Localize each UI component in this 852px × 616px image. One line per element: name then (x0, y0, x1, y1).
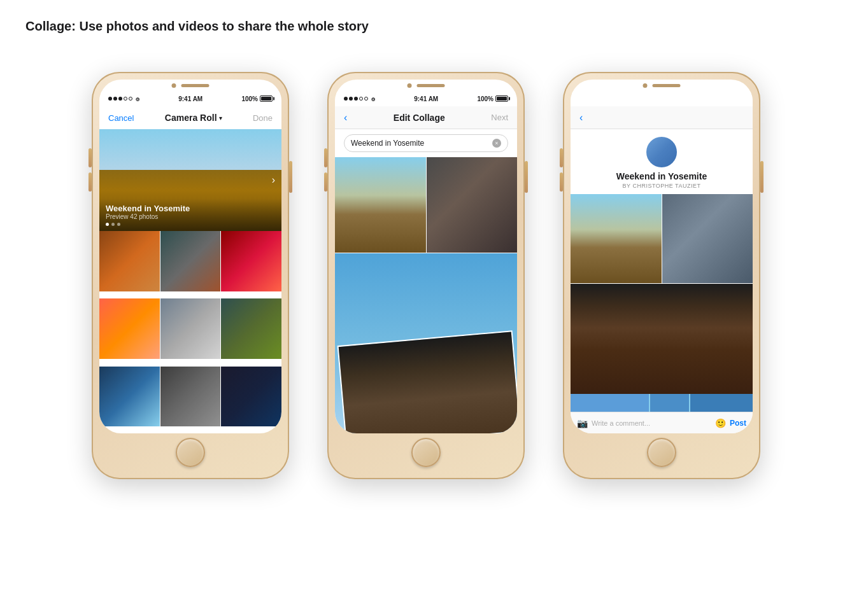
next-arrow-icon: › (272, 174, 275, 186)
hero-image: › Weekend in Yosemite Preview 42 photos (99, 129, 281, 231)
home-button-2[interactable] (411, 438, 441, 467)
page-title: Collage: Use photos and videos to share … (25, 19, 827, 34)
done-button[interactable]: Done (253, 113, 273, 123)
nav-title-group[interactable]: Camera Roll ▾ (165, 113, 222, 123)
grid-photo-1[interactable] (99, 231, 160, 291)
carousel-dots (106, 223, 275, 226)
back-button-3[interactable]: ‹ (579, 112, 583, 123)
phone2: ⌾ 9:41 AM 100% ‹ Edit Collage Next (327, 72, 525, 479)
clear-icon: × (495, 140, 498, 146)
collage-bottom-row[interactable] (335, 253, 517, 433)
collage-title-text: Weekend in Yosemite (351, 139, 424, 148)
edit-collage-title: Edit Collage (394, 113, 445, 123)
post-photos (571, 194, 753, 394)
post-bottom-photo[interactable] (571, 284, 753, 394)
phone1-bottom (99, 433, 281, 472)
grid-photo-7[interactable] (99, 367, 160, 427)
phone3: ‹ Weekend in Yosemite BY CHRISTOPHE TAUZ… (563, 72, 760, 479)
group-photo-overlay (339, 332, 517, 433)
carousel-dot-2 (111, 223, 115, 226)
volume-up-button-2 (324, 148, 327, 167)
phone3-navbar: ‹ (571, 106, 753, 129)
post-photo-right[interactable] (662, 194, 753, 283)
signal-dot-4 (124, 97, 127, 101)
grid-photo-9[interactable] (221, 367, 281, 427)
wifi-icon: ⌾ (136, 95, 139, 102)
status-time: 9:41 AM (178, 95, 202, 102)
status-right-2: 100% (477, 95, 508, 102)
post-comment-button[interactable]: Post (730, 419, 746, 428)
landscape-photo-left (571, 194, 662, 283)
grid-photo-4[interactable] (99, 298, 160, 359)
battery-fill-2 (497, 97, 507, 101)
dropdown-arrow-icon: ▾ (219, 115, 222, 122)
cancel-button[interactable]: Cancel (108, 113, 134, 123)
hero-overlay: Weekend in Yosemite Preview 42 photos (99, 199, 281, 231)
volume-down-button-2 (324, 172, 327, 192)
camera-icon[interactable]: 📷 (577, 418, 588, 428)
status-bar-3 (571, 91, 753, 106)
wifi-icon-2: ⌾ (371, 95, 375, 102)
battery-icon (260, 95, 273, 102)
grid-photo-5[interactable] (160, 298, 221, 359)
signal-dot-2-4 (359, 97, 363, 101)
hero-album-title: Weekend in Yosemite (106, 204, 275, 213)
camera-dot (172, 83, 176, 88)
nav-title: Camera Roll (165, 113, 217, 123)
phone2-navbar: ‹ Edit Collage Next (335, 106, 517, 129)
back-button[interactable]: ‹ (344, 112, 347, 123)
post-reactions-bar (571, 394, 753, 412)
signal-dot-3 (118, 97, 122, 101)
group-selfie-photo (571, 284, 753, 394)
comment-input[interactable]: Write a comment... (592, 419, 711, 427)
collage-top-row (335, 157, 517, 253)
hero-album-subtitle: Preview 42 photos (106, 213, 275, 220)
couple-photo (427, 157, 518, 253)
carousel-dot-active (106, 223, 109, 226)
power-button-3 (760, 161, 763, 193)
status-bar: ⌾ 9:41 AM 100% (99, 91, 281, 106)
post-header: Weekend in Yosemite BY CHRISTOPHE TAUZIE… (571, 129, 753, 194)
phone2-screen: ⌾ 9:41 AM 100% ‹ Edit Collage Next (335, 80, 517, 433)
avatar-image (646, 137, 677, 167)
couple-photo-post (662, 194, 753, 283)
speaker-bar-2 (417, 84, 445, 87)
speaker-bar (181, 84, 209, 87)
phone1: ⌾ 9:41 AM 100% Cancel Camera Roll ▾ Done (92, 72, 289, 479)
signal-indicator-2 (344, 97, 368, 101)
next-button[interactable]: Next (491, 113, 508, 122)
collage-title-input[interactable]: Weekend in Yosemite × (344, 134, 508, 152)
collage-photo-top-right[interactable] (427, 157, 518, 253)
carousel-dot-3 (117, 223, 120, 226)
status-left: ⌾ (108, 95, 139, 102)
signal-dot-2-3 (354, 97, 358, 101)
grid-photo-3[interactable] (221, 231, 281, 291)
signal-indicator (108, 97, 132, 101)
battery-fill (261, 97, 271, 101)
signal-dot-2-2 (349, 97, 353, 101)
emoji-icon[interactable]: 🙂 (715, 418, 726, 428)
home-button-3[interactable] (647, 438, 676, 467)
post-author: BY CHRISTOPHE TAUZIET (623, 183, 701, 189)
volume-down-button (89, 172, 92, 192)
signal-dot-2-5 (364, 97, 368, 101)
collage-photo-top-left[interactable] (335, 157, 426, 253)
photo-grid (99, 231, 281, 433)
landscape-photo-1 (335, 157, 426, 253)
grid-photo-6[interactable] (221, 298, 281, 359)
status-right: 100% (241, 95, 273, 102)
overlay-group-photo (337, 330, 517, 433)
speaker-bar-3 (653, 84, 681, 87)
post-top-row (571, 194, 753, 283)
grid-photo-8[interactable] (160, 367, 221, 427)
phone3-screen: ‹ Weekend in Yosemite BY CHRISTOPHE TAUZ… (571, 80, 753, 433)
phone2-bottom (335, 433, 517, 472)
status-left-2: ⌾ (344, 95, 375, 102)
post-title: Weekend in Yosemite (616, 171, 707, 181)
post-photo-left[interactable] (571, 194, 662, 283)
grid-photo-2[interactable] (160, 231, 221, 291)
home-button[interactable] (176, 438, 205, 467)
clear-input-button[interactable]: × (492, 139, 501, 148)
signal-dot-2-1 (344, 97, 348, 101)
power-button-2 (525, 161, 528, 193)
